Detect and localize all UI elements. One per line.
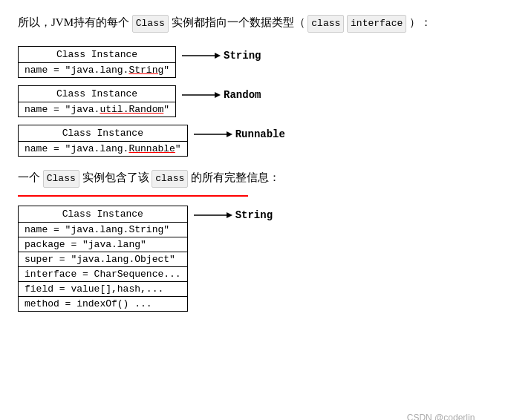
section2-text-after: 的所有完整信息： [191, 171, 280, 183]
svg-marker-3 [215, 92, 221, 98]
section2-code2: class [152, 170, 188, 188]
class-box-big-field-interface: interface = CharSequence... [19, 267, 187, 282]
diagram-runnable: Class Instance name = "java.lang.Runnabl… [18, 125, 493, 157]
class-box-string-title: Class Instance [19, 47, 175, 63]
diagram-big: Class Instance name = "java.lang.String"… [18, 206, 493, 312]
class-box-random-title: Class Instance [19, 86, 175, 102]
diagram-string: Class Instance name = "java.lang.String"… [18, 46, 493, 78]
class-box-big-field-method: method = indexOf() ... [19, 297, 187, 311]
intro-text-after: ）： [409, 16, 432, 28]
class-box-random: Class Instance name = "java.util.Random" [18, 85, 176, 117]
arrow-random: Random [182, 88, 261, 102]
class-box-big-field-field: field = value[],hash,... [19, 282, 187, 297]
arrow-string: String [182, 49, 261, 62]
class-box-big-field-package: package = "java.lang" [19, 237, 187, 252]
svg-marker-1 [215, 53, 221, 59]
class-box-random-field: name = "java.util.Random" [19, 102, 175, 117]
section2-paragraph: 一个 Class 实例包含了该 class 的所有完整信息： [18, 168, 493, 188]
arrow-line-runnable [194, 128, 232, 141]
arrow-target-string: String [224, 50, 261, 62]
diagrams-vertical: Class Instance name = "java.lang.String"… [18, 46, 493, 164]
class-box-big-field-super: super = "java.lang.Object" [19, 252, 187, 267]
arrow-big: String [194, 209, 273, 222]
intro-text-before: 所以，JVM持有的每个 [18, 16, 129, 28]
class-box-big-title: Class Instance [19, 206, 187, 223]
section2-text-middle: 实例包含了该 [82, 171, 149, 183]
arrow-line-random [182, 88, 221, 102]
watermark: CSDN @coderlin_ [407, 413, 480, 420]
red-separator [18, 195, 248, 197]
svg-marker-7 [227, 212, 232, 218]
arrow-line-string [182, 49, 221, 62]
class-box-runnable: Class Instance name = "java.lang.Runnabl… [18, 125, 188, 157]
class-box-string: Class Instance name = "java.lang.String" [18, 46, 176, 78]
intro-code2: class [307, 15, 344, 33]
arrow-runnable: Runnable [194, 128, 285, 141]
class-box-string-field: name = "java.lang.String" [19, 63, 175, 77]
section2-code1: Class [43, 170, 79, 188]
arrow-target-random: Random [224, 89, 261, 101]
diagram-random: Class Instance name = "java.util.Random"… [18, 85, 493, 117]
class-box-big-field-name: name = "java.lang.String" [19, 223, 187, 237]
arrow-line-big [194, 209, 232, 222]
page-wrapper: 所以，JVM持有的每个 Class 实例都指向一个数据类型（ class int… [18, 13, 493, 420]
class-box-big: Class Instance name = "java.lang.String"… [18, 206, 188, 312]
arrow-target-big: String [235, 209, 273, 221]
intro-text-middle1: 实例都指向一个数据类型（ [172, 16, 305, 28]
arrow-target-runnable: Runnable [235, 128, 285, 140]
class-box-runnable-field: name = "java.lang.Runnable" [19, 142, 187, 156]
intro-code3: interface [347, 15, 406, 33]
svg-marker-5 [227, 131, 232, 137]
intro-code1: Class [132, 15, 169, 33]
intro-paragraph: 所以，JVM持有的每个 Class 实例都指向一个数据类型（ class int… [18, 13, 493, 33]
section2-text-before: 一个 [18, 171, 40, 183]
class-box-runnable-title: Class Instance [19, 125, 187, 142]
